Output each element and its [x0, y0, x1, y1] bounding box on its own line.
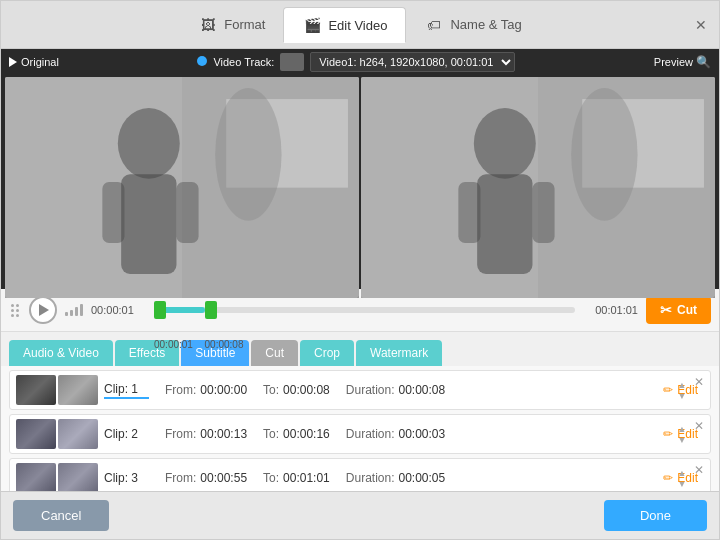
scrubber-handle-left[interactable] — [154, 301, 166, 319]
clip-1-to: To: 00:00:08 — [263, 383, 330, 397]
clip-2-name: Clip: 2 — [104, 427, 149, 441]
clip-2-arrow-up[interactable]: ▲ — [676, 424, 688, 434]
clip-3-arrow-up[interactable]: ▲ — [676, 468, 688, 478]
svg-rect-13 — [458, 182, 480, 243]
svg-rect-3 — [121, 174, 176, 274]
close-button[interactable]: ✕ — [693, 17, 709, 33]
video-track-select[interactable]: Video1: h264, 1920x1080, 00:01:01 — [310, 52, 515, 72]
edit-icon-3: ✏ — [663, 471, 673, 485]
clip-2-thumb-2 — [58, 419, 98, 449]
clip-3-arrows: ▲ ▼ — [676, 468, 688, 489]
main-window: 🖼 Format 🎬 Edit Video 🏷 Name & Tag ✕ Ori… — [0, 0, 720, 540]
clip-2-to: To: 00:00:16 — [263, 427, 330, 441]
clip-row: Clip: 2 From: 00:00:13 To: 00:00:16 Dura… — [9, 414, 711, 454]
video-panel-left — [5, 77, 359, 298]
svg-point-7 — [215, 88, 281, 221]
clip-2-thumb-1 — [16, 419, 56, 449]
grip-handle — [9, 302, 21, 319]
clip-2-info: Clip: 2 From: 00:00:13 To: 00:00:16 Dura… — [104, 427, 651, 441]
cut-label: Cut — [677, 303, 697, 317]
tab-audio-video[interactable]: Audio & Video — [9, 340, 113, 366]
svg-point-2 — [118, 108, 180, 179]
volume-control — [65, 304, 83, 316]
done-button[interactable]: Done — [604, 500, 707, 531]
video-panel-right — [361, 77, 715, 298]
video-right-svg — [361, 77, 715, 298]
clip-1-thumb-1 — [16, 375, 56, 405]
clip-3-arrow-down[interactable]: ▼ — [676, 479, 688, 489]
edit-tabs: Audio & Video Effects Subtitle Cut Crop … — [1, 332, 719, 366]
handle-left-time: 00:00:01 — [154, 339, 193, 350]
clip-3-to: To: 00:01:01 — [263, 471, 330, 485]
scrubber-container[interactable]: 00:00:01 00:00:08 — [154, 295, 575, 325]
video-area: Original Video Track: Video1: h264, 1920… — [1, 49, 719, 289]
clip-3-thumb-2 — [58, 463, 98, 491]
preview-label: Preview 🔍 — [654, 55, 711, 69]
clip-3-name: Clip: 3 — [104, 471, 149, 485]
clip-3-duration: Duration: 00:00:05 — [346, 471, 445, 485]
play-small-icon — [9, 57, 17, 67]
bottom-bar: Cancel Done — [1, 491, 719, 539]
clip-3-thumbs — [16, 463, 98, 491]
edit-icon-1: ✏ — [663, 383, 673, 397]
tab-watermark[interactable]: Watermark — [356, 340, 442, 366]
blue-dot — [197, 56, 207, 68]
clip-2-arrows: ▲ ▼ — [676, 424, 688, 445]
clip-2-duration: Duration: 00:00:03 — [346, 427, 445, 441]
handle-right-time: 00:00:08 — [205, 339, 244, 350]
svg-rect-5 — [102, 182, 124, 243]
magnify-icon: 🔍 — [696, 55, 711, 69]
clip-row: Clip: 3 From: 00:00:55 To: 00:01:01 Dura… — [9, 458, 711, 491]
edit-video-icon: 🎬 — [302, 15, 322, 35]
video-left-svg — [5, 77, 359, 298]
clip-3-info: Clip: 3 From: 00:00:55 To: 00:01:01 Dura… — [104, 471, 651, 485]
clip-2-arrow-down[interactable]: ▼ — [676, 435, 688, 445]
tab-cut[interactable]: Cut — [251, 340, 298, 366]
clip-1-arrows: ▲ ▼ — [676, 380, 688, 401]
scrubber-handle-right[interactable] — [205, 301, 217, 319]
scrubber-track[interactable] — [154, 307, 575, 313]
tab-bar: 🖼 Format 🎬 Edit Video 🏷 Name & Tag ✕ — [1, 1, 719, 49]
clips-area: Clip: 1 From: 00:00:00 To: 00:00:08 Dura… — [1, 366, 719, 491]
tab-name-tag-label: Name & Tag — [450, 17, 521, 32]
clip-3-close[interactable]: ✕ — [692, 463, 706, 477]
tab-crop[interactable]: Crop — [300, 340, 354, 366]
cancel-button[interactable]: Cancel — [13, 500, 109, 531]
clip-1-info: Clip: 1 From: 00:00:00 To: 00:00:08 Dura… — [104, 382, 651, 399]
svg-rect-4 — [176, 182, 198, 243]
video-preview-right — [361, 77, 715, 298]
tab-format[interactable]: 🖼 Format — [180, 7, 283, 43]
tab-edit-video[interactable]: 🎬 Edit Video — [283, 7, 406, 43]
time-end: 00:01:01 — [583, 304, 638, 316]
tab-format-label: Format — [224, 17, 265, 32]
clip-1-arrow-down[interactable]: ▼ — [676, 391, 688, 401]
video-track-label: Video Track: — [213, 56, 274, 68]
tab-name-tag[interactable]: 🏷 Name & Tag — [406, 7, 539, 43]
svg-point-15 — [571, 88, 637, 221]
svg-rect-12 — [532, 182, 554, 243]
tab-edit-video-label: Edit Video — [328, 18, 387, 33]
play-icon — [39, 304, 49, 316]
name-tag-icon: 🏷 — [424, 15, 444, 35]
clip-2-close[interactable]: ✕ — [692, 419, 706, 433]
clip-1-arrow-up[interactable]: ▲ — [676, 380, 688, 390]
clip-2-thumbs — [16, 419, 98, 449]
clip-row: Clip: 1 From: 00:00:00 To: 00:00:08 Dura… — [9, 370, 711, 410]
scissors-icon: ✂ — [660, 302, 672, 318]
video-track-selector: Video Track: Video1: h264, 1920x1080, 00… — [197, 52, 515, 72]
clip-1-thumbs — [16, 375, 98, 405]
video-top-bar: Original Video Track: Video1: h264, 1920… — [1, 49, 719, 75]
clip-1-duration: Duration: 00:00:08 — [346, 383, 445, 397]
clip-1-close[interactable]: ✕ — [692, 375, 706, 389]
clip-1-from: From: 00:00:00 — [165, 383, 247, 397]
format-icon: 🖼 — [198, 15, 218, 35]
video-preview-left — [5, 77, 359, 298]
edit-icon-2: ✏ — [663, 427, 673, 441]
clip-3-from: From: 00:00:55 — [165, 471, 247, 485]
clip-2-from: From: 00:00:13 — [165, 427, 247, 441]
time-start: 00:00:01 — [91, 304, 146, 316]
clip-3-thumb-1 — [16, 463, 56, 491]
video-panels — [1, 75, 719, 300]
clip-1-thumb-2 — [58, 375, 98, 405]
track-thumbnail — [280, 53, 304, 71]
